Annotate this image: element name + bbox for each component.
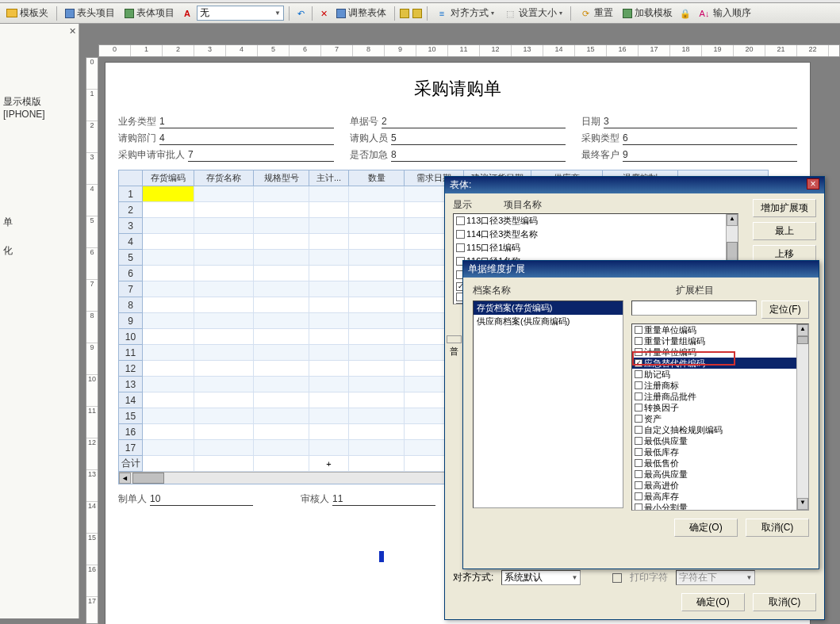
grid-cell[interactable] — [254, 361, 309, 377]
grid-cell[interactable] — [349, 202, 405, 218]
checkbox[interactable] — [635, 326, 642, 334]
field-value[interactable]: 4 — [159, 132, 334, 145]
grid-cell[interactable] — [254, 345, 309, 361]
row-number[interactable]: 17 — [119, 440, 143, 456]
grid-cell[interactable] — [309, 250, 349, 266]
grid-cell[interactable] — [349, 361, 405, 377]
scroll-down-icon[interactable]: ▼ — [797, 498, 808, 510]
ext-item[interactable]: 最高供应量 — [632, 469, 808, 480]
checkbox[interactable] — [635, 470, 642, 478]
ext-item[interactable]: 最低售价 — [632, 457, 808, 469]
field-value[interactable]: 6 — [623, 132, 797, 145]
set-size-button[interactable]: ⬚ 设置大小 ▾ — [501, 5, 566, 21]
grid-cell[interactable] — [309, 202, 349, 218]
row-number[interactable]: 8 — [119, 297, 143, 313]
grid-cell[interactable] — [143, 266, 194, 281]
grid-cell[interactable] — [194, 313, 254, 329]
delete-icon[interactable]: ✕ — [317, 7, 330, 20]
header-items-button[interactable]: 表头项目 — [62, 5, 118, 21]
close-icon[interactable]: × — [807, 178, 819, 189]
grid-cell[interactable] — [254, 408, 309, 424]
grid-cell[interactable] — [194, 392, 254, 408]
grid-cell[interactable] — [143, 202, 194, 218]
checkbox[interactable] — [635, 492, 642, 500]
grid-cell[interactable] — [254, 377, 309, 392]
checkbox[interactable] — [635, 392, 642, 400]
grid-cell[interactable] — [309, 392, 349, 408]
header-field[interactable]: 最终客户9 — [581, 148, 797, 162]
checkbox[interactable] — [635, 337, 642, 345]
grid-cell[interactable] — [194, 250, 254, 266]
grid-cell[interactable] — [254, 218, 309, 234]
ext-item[interactable]: 资产 — [632, 413, 808, 424]
header-field[interactable]: 采购申请审批人7 — [118, 148, 334, 162]
grid-cell[interactable] — [194, 281, 254, 297]
grid-cell[interactable] — [143, 186, 194, 202]
row-number[interactable]: 6 — [119, 266, 143, 281]
row-number[interactable]: 16 — [119, 424, 143, 440]
grid-cell[interactable] — [143, 281, 194, 297]
grid-cell[interactable] — [194, 377, 254, 392]
grid-cell[interactable] — [194, 329, 254, 345]
ext-item[interactable]: 最高进价 — [632, 480, 808, 491]
row-number[interactable]: 4 — [119, 234, 143, 250]
ext-item[interactable]: 注册商标 — [632, 380, 808, 391]
grid-cell[interactable] — [254, 329, 309, 345]
grid-cell[interactable] — [143, 329, 194, 345]
grid-cell[interactable] — [254, 250, 309, 266]
scroll-up-icon[interactable]: ▲ — [797, 324, 808, 336]
header-field[interactable]: 日期3 — [581, 115, 797, 128]
dialog-titlebar[interactable]: 单据维度扩展 — [463, 261, 819, 278]
row-number[interactable]: 14 — [119, 392, 143, 408]
grid-cell[interactable] — [254, 281, 309, 297]
ext-item[interactable]: 计量单位编码 — [632, 346, 808, 358]
grid-cell[interactable] — [349, 313, 405, 329]
row-number[interactable]: 13 — [119, 377, 143, 392]
grid-cell[interactable] — [309, 408, 349, 424]
archive-item[interactable]: 存货档案(存货编码) — [474, 301, 623, 315]
grid-cell[interactable] — [254, 313, 309, 329]
grid-cell[interactable] — [194, 440, 254, 456]
grid-cell[interactable] — [309, 329, 349, 345]
grid-cell[interactable] — [254, 424, 309, 440]
grid-cell[interactable] — [309, 234, 349, 250]
checkbox[interactable] — [635, 404, 642, 412]
ext-item[interactable]: 自定义抽检规则编码 — [632, 424, 808, 435]
align-combo[interactable]: 系统默认 ▼ — [501, 570, 581, 585]
scroll-thumb[interactable] — [797, 336, 808, 344]
input-order-button[interactable]: A↓ 输入顺序 — [695, 5, 754, 21]
archive-item[interactable]: 供应商档案(供应商编码) — [474, 315, 623, 328]
list-item[interactable]: 115口径1编码 — [454, 241, 738, 255]
reset-button[interactable]: ⟳ 重置 — [576, 5, 616, 21]
undo-icon[interactable]: ↶ — [294, 7, 307, 20]
checkbox[interactable] — [635, 481, 642, 489]
field-value[interactable]: 2 — [382, 116, 566, 128]
grid-cell[interactable] — [309, 218, 349, 234]
checkbox[interactable] — [635, 459, 642, 467]
scroll-up-icon[interactable]: ▲ — [727, 214, 738, 226]
grid-cell[interactable] — [143, 234, 194, 250]
checkbox[interactable] — [635, 448, 642, 456]
grid-cell[interactable] — [254, 440, 309, 456]
row-number[interactable]: 1 — [119, 186, 143, 202]
ext-item[interactable]: 最高库存 — [632, 491, 808, 502]
grid-cell[interactable] — [309, 313, 349, 329]
grid-cell[interactable] — [349, 392, 405, 408]
header-field[interactable]: 请购部门4 — [118, 132, 334, 145]
template-folder-button[interactable]: 模板夹 — [3, 5, 52, 21]
ext-item[interactable]: ✓应急替代件编码 — [632, 358, 808, 369]
row-number[interactable]: 5 — [119, 250, 143, 266]
field-value[interactable]: 11 — [332, 493, 435, 506]
grid-cell[interactable] — [349, 234, 405, 250]
grid-cell[interactable] — [349, 281, 405, 297]
footer-field[interactable]: 审核人11 — [301, 492, 435, 509]
ext-item[interactable]: 重量计量组编码 — [632, 335, 808, 346]
load-template-button[interactable]: 加载模板 — [619, 5, 676, 21]
grid-cell[interactable] — [254, 266, 309, 281]
grid-cell[interactable] — [349, 440, 405, 456]
lock-icon[interactable]: 🔒 — [679, 7, 692, 20]
scroll-left-icon[interactable]: ◄ — [119, 473, 131, 484]
char-pos-combo[interactable]: 字符在下 ▼ — [676, 570, 755, 585]
grid-cell[interactable] — [143, 377, 194, 392]
ext-item[interactable]: 转换因子 — [632, 402, 808, 413]
